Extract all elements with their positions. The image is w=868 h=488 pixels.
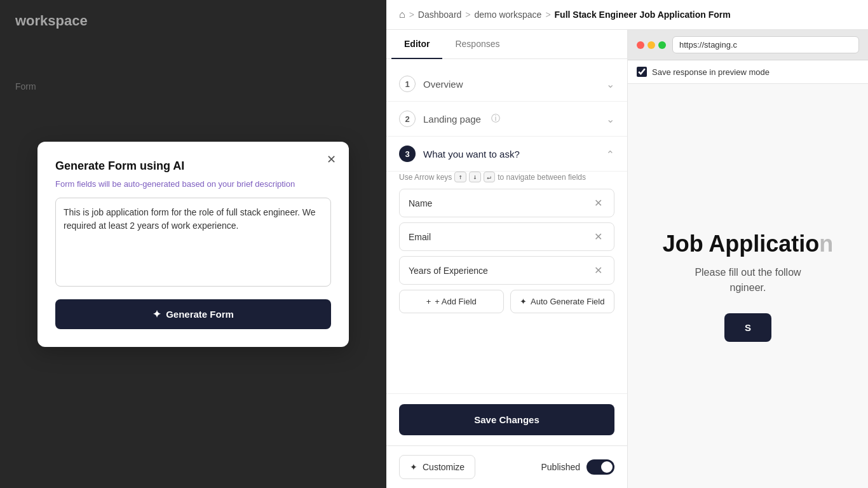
preview-form-title: Job Application (663, 231, 834, 257)
published-label: Published (541, 462, 581, 472)
home-icon[interactable]: ⌂ (399, 9, 405, 20)
section-landing-left: 2 Landing page ⓘ (399, 111, 500, 127)
field-experience-remove-button[interactable]: ✕ (592, 263, 605, 278)
dot-green[interactable] (658, 41, 666, 49)
save-response-label: Save response in preview mode (652, 67, 770, 77)
modal-title: Generate Form using AI (55, 159, 331, 173)
save-response-checkbox[interactable] (637, 67, 647, 77)
breadcrumb-sep-1: > (409, 10, 414, 20)
preview-panel: https://staging.c Save response in previ… (628, 30, 868, 488)
chevron-up-icon-3: ⌄ (606, 148, 614, 160)
field-email[interactable]: Email ✕ (399, 222, 614, 251)
published-toggle[interactable] (587, 459, 614, 475)
section-number-1: 1 (399, 76, 416, 92)
fields-hint: Use Arrow keys ↑ ↓ ↵ to navigate between… (399, 172, 614, 182)
sections-list: 1 Overview ⌄ 2 Landing page ⓘ ⌄ (386, 59, 627, 393)
browser-dots (637, 41, 666, 49)
auto-gen-icon: ✦ (520, 297, 527, 306)
section-number-2: 2 (399, 111, 416, 127)
save-btn-container: Save Changes (386, 393, 627, 445)
breadcrumb-dashboard[interactable]: Dashboard (418, 10, 462, 20)
info-icon-landing: ⓘ (491, 113, 500, 125)
up-key-badge: ↑ (454, 172, 466, 182)
enter-key-badge: ↵ (484, 172, 496, 182)
fields-area: Use Arrow keys ↑ ↓ ↵ to navigate between… (386, 172, 627, 321)
section-overview-left: 1 Overview (399, 76, 463, 92)
field-name-remove-button[interactable]: ✕ (592, 196, 605, 210)
breadcrumb-current-page: Full Stack Engineer Job Application Form (555, 10, 731, 20)
left-panel: workspace Form ✕ Generate Form using AI … (0, 0, 386, 488)
tab-responses[interactable]: Responses (442, 30, 512, 59)
field-email-remove-button[interactable]: ✕ (592, 229, 605, 244)
customize-button[interactable]: ✦ Customize (399, 455, 475, 479)
section-ask[interactable]: 3 What you want to ask? ⌄ (386, 137, 627, 172)
preview-start-button[interactable]: S (724, 313, 771, 342)
section-title-overview: Overview (423, 79, 463, 90)
save-changes-button[interactable]: Save Changes (399, 404, 614, 435)
breadcrumb-sep-3: > (545, 10, 550, 20)
section-number-3: 3 (399, 146, 416, 162)
field-experience[interactable]: Years of Experience ✕ (399, 256, 614, 285)
breadcrumb: ⌂ > Dashboard > demo workspace > Full St… (386, 0, 868, 30)
tab-editor[interactable]: Editor (391, 30, 442, 59)
add-field-row: + + Add Field ✦ Auto Generate Field (399, 290, 614, 313)
modal-subtitle: Form fields will be auto-generated based… (55, 179, 331, 189)
modal-close-button[interactable]: ✕ (322, 151, 340, 168)
generate-form-modal: ✕ Generate Form using AI Form fields wil… (37, 142, 349, 347)
editor-panel: Editor Responses 1 Overview ⌄ 2 (386, 30, 628, 488)
right-panel: ⌂ > Dashboard > demo workspace > Full St… (386, 0, 868, 488)
plus-icon: + (426, 297, 431, 306)
form-description-textarea[interactable]: This is job application form for the rol… (55, 198, 331, 287)
field-name-label: Name (409, 198, 592, 208)
preview-content: Job Application Please fill out the foll… (628, 84, 868, 488)
breadcrumb-workspace[interactable]: demo workspace (475, 10, 542, 20)
published-area: Published (541, 459, 615, 475)
section-title-landing: Landing page (423, 114, 481, 125)
dot-red[interactable] (637, 41, 644, 49)
tabs-container: Editor Responses (386, 30, 627, 59)
customize-icon: ✦ (410, 462, 417, 472)
chevron-down-icon-2: ⌄ (606, 113, 614, 125)
bottom-bar: ✦ Customize Published (386, 445, 627, 488)
field-name[interactable]: Name ✕ (399, 189, 614, 217)
preview-form-subtitle: Please fill out the followngineer. (695, 265, 801, 295)
section-ask-left: 3 What you want to ask? (399, 146, 520, 162)
field-email-label: Email (409, 232, 592, 242)
main-content: Editor Responses 1 Overview ⌄ 2 (386, 30, 868, 488)
browser-url-bar[interactable]: https://staging.c (672, 36, 859, 53)
chevron-down-icon-1: ⌄ (606, 78, 614, 90)
dot-yellow[interactable] (648, 41, 655, 49)
add-field-button[interactable]: + + Add Field (399, 290, 504, 313)
generate-form-button[interactable]: ✦ Generate Form (55, 299, 331, 329)
field-experience-label: Years of Experience (409, 266, 592, 276)
section-title-ask: What you want to ask? (423, 149, 520, 159)
section-landing-page[interactable]: 2 Landing page ⓘ ⌄ (386, 102, 627, 137)
sparkle-icon: ✦ (153, 308, 161, 320)
modal-overlay: ✕ Generate Form using AI Form fields wil… (0, 0, 386, 488)
preview-checkbox-row: Save response in preview mode (628, 60, 868, 84)
browser-bar: https://staging.c (628, 30, 868, 60)
section-overview[interactable]: 1 Overview ⌄ (386, 67, 627, 102)
down-key-badge: ↓ (469, 172, 481, 182)
breadcrumb-sep-2: > (465, 10, 470, 20)
auto-generate-field-button[interactable]: ✦ Auto Generate Field (510, 290, 615, 313)
